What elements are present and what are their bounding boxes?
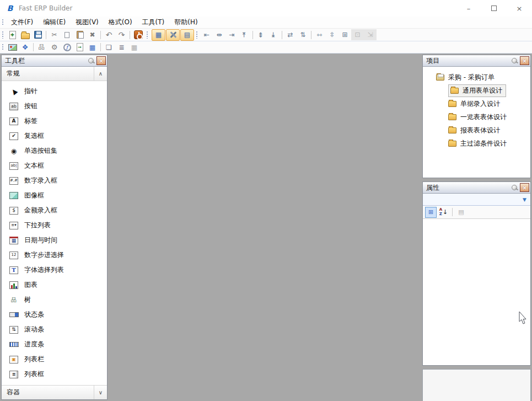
table-grid-button[interactable]: ▦ [128,42,141,53]
toolbox-item-image-box[interactable]: 图像框 [2,188,107,203]
minimize-button[interactable]: – [456,0,481,17]
cut-button[interactable]: ✂ [48,29,61,40]
properties-close-button[interactable]: × [520,183,529,192]
toolbox-item-status-bar[interactable]: 状态条 [2,307,107,322]
toolbox-item-textbox[interactable]: ab|文本框 [2,158,107,173]
toolbox-item-number-input[interactable]: #,#数字录入框 [2,173,107,188]
pin-icon[interactable] [87,57,95,65]
toolbox-item-font-list[interactable]: T字体选择列表 [2,263,107,277]
toolbox-item-progress-bar[interactable]: 进度条 [2,337,107,352]
toolbox-item-button[interactable]: ab按钮 [2,99,107,114]
calendar-form-button[interactable]: ▦ [86,42,99,53]
menubar-grip[interactable] [2,19,4,26]
redo-button[interactable]: ↷ [115,29,128,40]
object-selector-combobox[interactable]: ▼ [423,194,530,206]
function-search-button[interactable]: ƒ [61,42,73,53]
toolbox-item-list-bar[interactable]: ▣列表栏 [2,352,107,367]
toolbox-item-datetime[interactable]: ▦日期与时间 [2,233,107,248]
export-doc-button[interactable]: → [73,42,86,53]
org-chart-button[interactable]: 品 [35,42,48,53]
open-button[interactable] [19,29,31,40]
toolbox-item-pointer[interactable]: ▲指针 [2,84,107,99]
scroll-down-icon[interactable]: ∨ [94,386,107,399]
menu-help[interactable]: 帮助(H) [169,17,202,28]
components-button[interactable]: ❖ [19,42,31,53]
undo-button[interactable]: ↶ [103,29,115,40]
size-to-grid-button[interactable]: ⊡ [351,29,364,40]
space-down-icon: ⇅ [300,31,305,39]
pin-icon[interactable] [510,57,519,65]
align-left-button[interactable]: ⇤ [200,29,213,40]
toolbox-close-button[interactable]: × [96,56,106,65]
snap-to-grid-button[interactable]: ⇲ [364,29,377,40]
property-grid[interactable] [423,219,530,365]
project-close-button[interactable]: × [520,56,529,65]
tools-panel-toggle[interactable] [166,29,180,41]
toolbox-item-radio-group[interactable]: ◉单选按钮集 [2,143,107,158]
space-across-button[interactable]: ⇄ [284,29,297,40]
pin-icon[interactable] [510,184,519,191]
same-height-button[interactable]: ⇳ [326,29,338,40]
new-file-button[interactable]: ✚ [6,29,19,40]
toolbox-category-container[interactable]: 容器 ∨ [2,385,107,399]
toolbox-item-chart[interactable]: 图表 [2,277,107,292]
project-node-report-body-design[interactable]: 报表表体设计 [423,124,530,137]
align-top-button[interactable]: ⇤ [238,29,251,40]
project-node-document-entry-design[interactable]: 单据录入设计 [423,97,530,110]
align-middle-button[interactable]: ⇹ [255,29,267,40]
menu-tools[interactable]: 工具(T) [137,17,170,28]
toolbox-panel-toggle[interactable]: ▦ [152,29,165,41]
copy-button[interactable] [61,29,73,40]
exit-button[interactable] [132,29,144,40]
toolbox-item-list-box[interactable]: ≣列表框 [2,367,107,382]
paste-button[interactable] [73,29,86,40]
toolbox-item-checkbox[interactable]: ✔复选框 [2,129,107,143]
picture-button[interactable] [6,42,19,53]
project-root-node[interactable]: 采购 - 采购订单 [423,71,530,84]
toolbar1-grip[interactable] [2,31,4,39]
same-width-button[interactable]: ⇿ [313,29,326,40]
project-node-main-filter-design[interactable]: 主过滤条件设计 [423,137,530,150]
align-center-button[interactable]: ⇹ [213,29,225,40]
align-right-button[interactable]: ⇥ [225,29,238,40]
same-size-button[interactable]: ⊞ [338,29,351,40]
project-node-general-form-design[interactable]: 通用表单设计 [423,84,530,97]
picture-icon [8,44,17,51]
menu-edit[interactable]: 编辑(E) [38,17,71,28]
toolbox-item-tree[interactable]: 品树 [2,292,107,307]
delete-button[interactable]: ✖ [86,29,99,40]
menu-view[interactable]: 视图(V) [71,17,104,28]
property-pages-button[interactable]: ▤ [455,207,467,218]
space-down-button[interactable]: ⇅ [297,29,309,40]
categorized-button[interactable]: ⊞ [425,207,437,218]
main-toolbar: ✚ ✂ ✖ ↶ ↷ ▦ ▤ ⇤ ⇹ ⇥ ⇤ ⇹ ⇥ ⇄ ⇅ ⇿ ⇳ ⊞ ⊡ ⇲ [0,29,532,41]
properties-toolbar: ⊞ AZ ↓ ▤ [423,206,530,219]
toolbar-toggle-grip[interactable] [146,31,148,39]
toolbox-item-label[interactable]: A标签 [2,114,107,129]
align-left-icon: ⇤ [203,31,209,39]
folder-icon [450,88,459,94]
down-arrow-icon: ↓ [443,208,448,216]
maximize-button[interactable] [481,0,507,17]
close-button[interactable]: × [507,0,532,17]
toolbox-category-general[interactable]: 常规 ∧ [2,67,107,81]
toolbox-item-dropdown-list[interactable]: ≡▾下拉列表 [2,218,107,233]
toolbar2-grip[interactable] [2,44,4,51]
align-toolbar-grip[interactable] [196,31,198,39]
alphabetical-sort-button[interactable]: AZ ↓ [438,207,449,218]
scroll-up-icon[interactable]: ∧ [94,67,107,81]
project-node-overview-body-design[interactable]: 一览表表体设计 [423,110,530,124]
toolbox-item-currency-input[interactable]: $金额录入框 [2,203,107,218]
toolbox-item-scroll-bar[interactable]: ⇅滚动条 [2,322,107,337]
folder-icon [448,127,456,133]
menu-file[interactable]: 文件(F) [6,17,38,28]
form-design-button[interactable]: ❏ [103,42,115,53]
menu-format[interactable]: 格式(O) [104,17,137,28]
gears-button[interactable]: ⚙ [48,42,61,53]
save-button[interactable] [31,29,44,40]
toolbox-item-number-stepper[interactable]: 12数字步进选择 [2,248,107,263]
menu-bar: 文件(F) 编辑(E) 视图(V) 格式(O) 工具(T) 帮助(H) [0,17,532,29]
properties-panel-toggle[interactable]: ▤ [180,29,194,41]
align-bottom-button[interactable]: ⇥ [267,29,280,40]
outline-list-button[interactable]: ≣ [115,42,128,53]
